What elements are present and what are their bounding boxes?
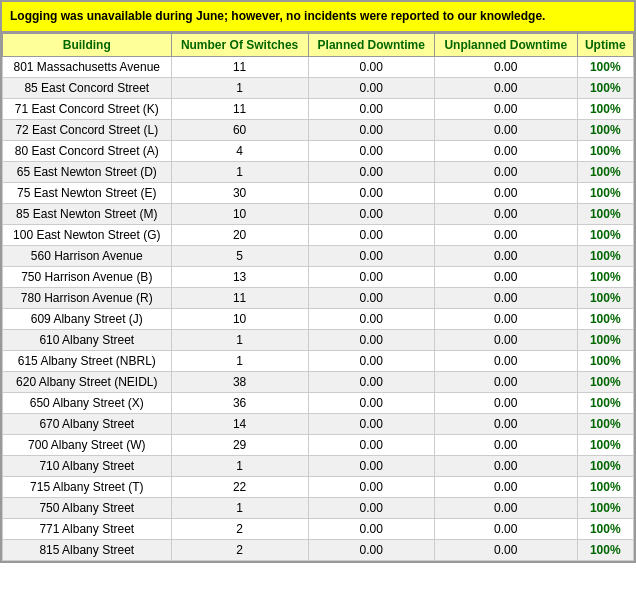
cell-switches: 5 xyxy=(171,245,308,266)
cell-uptime: 100% xyxy=(577,98,633,119)
cell-building: 650 Albany Street (X) xyxy=(3,392,172,413)
cell-building: 75 East Newton Street (E) xyxy=(3,182,172,203)
cell-switches: 29 xyxy=(171,434,308,455)
table-row: 65 East Newton Street (D)10.000.00100% xyxy=(3,161,634,182)
table-row: 609 Albany Street (J)100.000.00100% xyxy=(3,308,634,329)
cell-unplanned: 0.00 xyxy=(435,266,578,287)
cell-building: 560 Harrison Avenue xyxy=(3,245,172,266)
cell-uptime: 100% xyxy=(577,224,633,245)
cell-unplanned: 0.00 xyxy=(435,56,578,77)
table-row: 710 Albany Street10.000.00100% xyxy=(3,455,634,476)
cell-building: 710 Albany Street xyxy=(3,455,172,476)
cell-switches: 38 xyxy=(171,371,308,392)
cell-switches: 13 xyxy=(171,266,308,287)
cell-switches: 10 xyxy=(171,308,308,329)
cell-building: 670 Albany Street xyxy=(3,413,172,434)
table-body: 801 Massachusetts Avenue110.000.00100%85… xyxy=(3,56,634,560)
cell-planned: 0.00 xyxy=(308,350,434,371)
table-row: 100 East Newton Street (G)200.000.00100% xyxy=(3,224,634,245)
cell-unplanned: 0.00 xyxy=(435,161,578,182)
cell-unplanned: 0.00 xyxy=(435,119,578,140)
cell-unplanned: 0.00 xyxy=(435,455,578,476)
table-row: 72 East Concord Street (L)600.000.00100% xyxy=(3,119,634,140)
cell-unplanned: 0.00 xyxy=(435,371,578,392)
cell-planned: 0.00 xyxy=(308,539,434,560)
table-row: 71 East Concord Street (K)110.000.00100% xyxy=(3,98,634,119)
col-uptime: Uptime xyxy=(577,33,633,56)
cell-switches: 2 xyxy=(171,518,308,539)
cell-uptime: 100% xyxy=(577,182,633,203)
cell-building: 85 East Newton Street (M) xyxy=(3,203,172,224)
table-row: 85 East Newton Street (M)100.000.00100% xyxy=(3,203,634,224)
cell-unplanned: 0.00 xyxy=(435,392,578,413)
report-container: Logging was unavailable during June; how… xyxy=(0,0,636,563)
table-row: 801 Massachusetts Avenue110.000.00100% xyxy=(3,56,634,77)
cell-building: 780 Harrison Avenue (R) xyxy=(3,287,172,308)
cell-planned: 0.00 xyxy=(308,413,434,434)
cell-building: 72 East Concord Street (L) xyxy=(3,119,172,140)
cell-planned: 0.00 xyxy=(308,224,434,245)
cell-uptime: 100% xyxy=(577,119,633,140)
cell-switches: 60 xyxy=(171,119,308,140)
cell-switches: 20 xyxy=(171,224,308,245)
cell-unplanned: 0.00 xyxy=(435,98,578,119)
cell-uptime: 100% xyxy=(577,329,633,350)
col-unplanned: Unplanned Downtime xyxy=(435,33,578,56)
cell-switches: 11 xyxy=(171,287,308,308)
cell-unplanned: 0.00 xyxy=(435,518,578,539)
table-row: 750 Harrison Avenue (B)130.000.00100% xyxy=(3,266,634,287)
col-switches: Number Of Switches xyxy=(171,33,308,56)
cell-building: 700 Albany Street (W) xyxy=(3,434,172,455)
cell-uptime: 100% xyxy=(577,308,633,329)
cell-building: 71 East Concord Street (K) xyxy=(3,98,172,119)
cell-planned: 0.00 xyxy=(308,245,434,266)
cell-switches: 30 xyxy=(171,182,308,203)
cell-planned: 0.00 xyxy=(308,518,434,539)
table-row: 75 East Newton Street (E)300.000.00100% xyxy=(3,182,634,203)
cell-uptime: 100% xyxy=(577,287,633,308)
cell-unplanned: 0.00 xyxy=(435,329,578,350)
cell-unplanned: 0.00 xyxy=(435,539,578,560)
table-row: 700 Albany Street (W)290.000.00100% xyxy=(3,434,634,455)
uptime-table: Building Number Of Switches Planned Down… xyxy=(2,33,634,561)
cell-uptime: 100% xyxy=(577,140,633,161)
cell-building: 750 Harrison Avenue (B) xyxy=(3,266,172,287)
table-row: 85 East Concord Street10.000.00100% xyxy=(3,77,634,98)
cell-planned: 0.00 xyxy=(308,329,434,350)
table-row: 670 Albany Street140.000.00100% xyxy=(3,413,634,434)
cell-switches: 11 xyxy=(171,56,308,77)
cell-switches: 1 xyxy=(171,350,308,371)
table-row: 815 Albany Street20.000.00100% xyxy=(3,539,634,560)
cell-unplanned: 0.00 xyxy=(435,476,578,497)
cell-unplanned: 0.00 xyxy=(435,287,578,308)
table-header-row: Building Number Of Switches Planned Down… xyxy=(3,33,634,56)
cell-unplanned: 0.00 xyxy=(435,350,578,371)
cell-switches: 1 xyxy=(171,455,308,476)
table-row: 715 Albany Street (T)220.000.00100% xyxy=(3,476,634,497)
cell-unplanned: 0.00 xyxy=(435,224,578,245)
cell-uptime: 100% xyxy=(577,245,633,266)
cell-building: 615 Albany Street (NBRL) xyxy=(3,350,172,371)
notice-text: Logging was unavailable during June; how… xyxy=(10,9,545,23)
cell-switches: 1 xyxy=(171,329,308,350)
cell-switches: 2 xyxy=(171,539,308,560)
cell-planned: 0.00 xyxy=(308,203,434,224)
cell-switches: 1 xyxy=(171,161,308,182)
cell-planned: 0.00 xyxy=(308,119,434,140)
table-row: 780 Harrison Avenue (R)110.000.00100% xyxy=(3,287,634,308)
cell-uptime: 100% xyxy=(577,161,633,182)
table-row: 615 Albany Street (NBRL)10.000.00100% xyxy=(3,350,634,371)
cell-building: 65 East Newton Street (D) xyxy=(3,161,172,182)
cell-unplanned: 0.00 xyxy=(435,182,578,203)
cell-unplanned: 0.00 xyxy=(435,203,578,224)
cell-planned: 0.00 xyxy=(308,56,434,77)
cell-planned: 0.00 xyxy=(308,182,434,203)
cell-switches: 14 xyxy=(171,413,308,434)
cell-planned: 0.00 xyxy=(308,140,434,161)
table-row: 771 Albany Street20.000.00100% xyxy=(3,518,634,539)
cell-building: 715 Albany Street (T) xyxy=(3,476,172,497)
col-building: Building xyxy=(3,33,172,56)
cell-uptime: 100% xyxy=(577,350,633,371)
cell-switches: 36 xyxy=(171,392,308,413)
table-row: 620 Albany Street (NEIDL)380.000.00100% xyxy=(3,371,634,392)
